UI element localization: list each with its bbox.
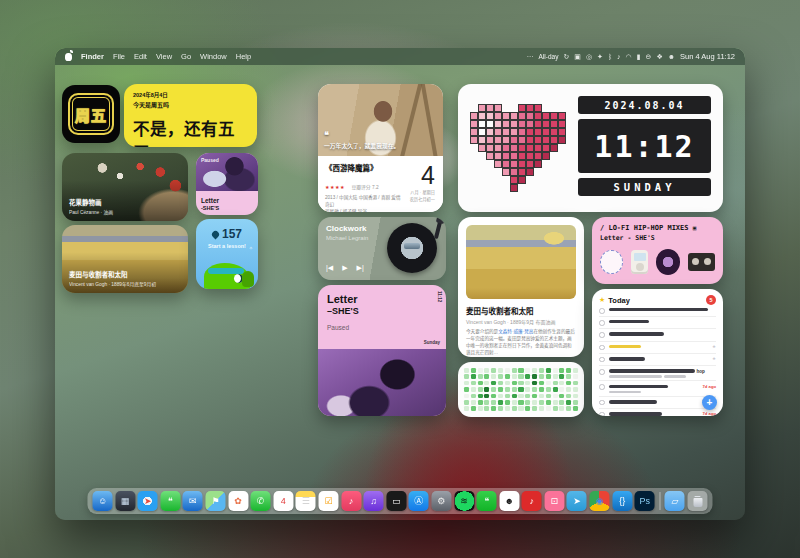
user-icon[interactable]: ☻ — [668, 53, 675, 61]
today-item[interactable]: ★ — [599, 354, 716, 366]
dock-telegram[interactable]: ➤ — [567, 491, 587, 511]
artwork-meta: Vincent van Gogh · 1889年9月 布面油画 — [466, 318, 576, 325]
movie-widget[interactable]: ❝ 一万年太久了，就爱我现在。 《西游降魔篇》 ★★★★ 豆瓣评分 7.2 20… — [318, 84, 443, 212]
dock-netease-music[interactable]: ♪ — [522, 491, 542, 511]
menu-help[interactable]: Help — [236, 52, 251, 61]
today-item[interactable]: 7d ago — [599, 397, 716, 409]
music-player-widget[interactable]: Clockwork Michael Legrain |◀▶▶| — [318, 217, 446, 280]
reminder-checkbox[interactable] — [599, 357, 605, 363]
menu-view[interactable]: View — [156, 52, 172, 61]
record-icon[interactable]: ◎ — [586, 53, 592, 61]
vinyl-icon[interactable] — [656, 249, 681, 275]
lofi-playlist-widget[interactable]: / LO-FI HIP-HOP MIXES ▣ Letter - SHE'S — [592, 217, 723, 284]
today-item[interactable] — [599, 317, 716, 329]
reminder-checkbox[interactable] — [599, 412, 605, 416]
dock-reminders[interactable]: ☑ — [318, 491, 338, 511]
display-icon[interactable]: ▣ — [574, 53, 581, 61]
heart-pixel — [510, 184, 518, 192]
today-item[interactable] — [599, 305, 716, 317]
dock-wechat[interactable]: ❝ — [477, 491, 497, 511]
now-playing-widget[interactable]: Letter –SHE'S Paused Sunday 11:12 — [318, 285, 446, 416]
dock-qq[interactable]: ☻ — [499, 491, 519, 511]
art-widget-vangogh[interactable]: 麦田与收割者和太阳 Vincent van Gogh · 1889年6月底至9月… — [62, 225, 188, 293]
dock-launchpad[interactable]: ▦ — [115, 491, 135, 511]
art-widget-cezanne[interactable]: 花果静物画 Paul Cézanne · 油画 — [62, 153, 188, 221]
contribution-widget[interactable] — [458, 362, 584, 417]
reminder-checkbox[interactable] — [599, 345, 605, 351]
dock-notes[interactable]: ☰ — [296, 491, 316, 511]
wifi-icon[interactable]: ◠ — [626, 53, 632, 61]
today-reminders-widget[interactable]: ★ Today 5 ★★hop7d ago7d ago7d ago + — [592, 289, 723, 416]
today-item[interactable]: hop — [599, 366, 716, 381]
spotlight-icon[interactable]: ✦ — [597, 53, 603, 61]
dock-podcasts[interactable]: ♫ — [364, 491, 384, 511]
contribution-cell — [546, 368, 551, 373]
reminder-checkbox[interactable] — [599, 384, 605, 390]
dock-settings[interactable]: ⚙ — [431, 491, 451, 511]
menu-window[interactable]: Window — [200, 52, 227, 61]
artist-link[interactable]: 文森特·威廉·梵高 — [498, 329, 533, 334]
dock-downloads-folder[interactable]: ▱ — [665, 491, 685, 511]
dock-chrome[interactable]: ◉ — [590, 491, 610, 511]
dock-appstore[interactable]: Ⓐ — [409, 491, 429, 511]
overflow-icon[interactable]: ⋯ — [527, 53, 534, 61]
reminder-checkbox[interactable] — [599, 332, 605, 338]
reminder-checkbox[interactable] — [599, 400, 605, 406]
battery-icon[interactable]: ▮ — [637, 53, 641, 61]
sync-icon[interactable]: ↻ — [563, 53, 569, 61]
menu-edit[interactable]: Edit — [134, 52, 147, 61]
contribution-cell — [512, 406, 517, 411]
dock-safari[interactable]: ➤ — [138, 491, 158, 511]
pixel-clock-widget[interactable]: 2024.08.04 11:12 SUNDAY — [458, 84, 723, 212]
star-icon: ★ — [599, 296, 605, 304]
dock-tv[interactable]: ▭ — [386, 491, 406, 511]
heart-pixel — [518, 136, 526, 144]
streak-widget[interactable]: 157 Start a lesson! ✧ — [196, 219, 258, 289]
art-detail-widget[interactable]: 麦田与收割者和太阳 Vincent van Gogh · 1889年9月 布面油… — [458, 217, 584, 357]
today-item[interactable]: 7d ago — [599, 409, 716, 416]
focus-icon[interactable]: ⊖ — [646, 53, 652, 61]
photos-icon: ✿ — [234, 497, 242, 506]
reminder-checkbox[interactable] — [599, 320, 605, 326]
menu-file[interactable]: File — [113, 52, 125, 61]
dock-calendar[interactable]: 4 — [273, 491, 293, 511]
ipod-icon[interactable] — [631, 250, 648, 274]
apple-menu-icon[interactable] — [65, 53, 72, 61]
dock-music[interactable]: ♪ — [341, 491, 361, 511]
dock-photoshop[interactable]: Ps — [635, 491, 655, 511]
reminder-text — [609, 332, 717, 336]
menubar-clock[interactable]: Sun 4 Aug 11:12 — [680, 52, 735, 61]
reminder-checkbox[interactable] — [599, 369, 605, 375]
heart-pixel — [518, 120, 526, 128]
reminder-checkbox[interactable] — [599, 308, 605, 314]
frog-arm — [242, 271, 254, 287]
dock-photos[interactable]: ✿ — [228, 491, 248, 511]
dock-trash[interactable] — [688, 491, 708, 511]
menu-go[interactable]: Go — [181, 52, 191, 61]
play-icon[interactable]: ▶ — [342, 264, 347, 272]
add-reminder-button[interactable]: + — [702, 395, 717, 410]
next-icon[interactable]: ▶| — [357, 264, 364, 272]
today-item[interactable]: 7d ago — [599, 381, 716, 396]
bluetooth-icon[interactable]: ᛒ — [608, 53, 612, 61]
today-item[interactable] — [599, 329, 716, 341]
countdown-widget[interactable]: 2024年8月4日 今天是周五吗 不是，还有五天 — [124, 84, 257, 147]
music-status-icon[interactable]: ♪ — [617, 53, 621, 61]
today-item[interactable]: ★ — [599, 342, 716, 354]
doodle-disc-icon[interactable] — [600, 250, 623, 274]
previous-icon[interactable]: |◀ — [326, 264, 333, 272]
cassette-tape-icon[interactable] — [688, 253, 715, 271]
calendar-status-label[interactable]: All-day — [539, 53, 559, 60]
dock-facetime[interactable]: ✆ — [251, 491, 271, 511]
dock-maps[interactable]: ⚑ — [205, 491, 225, 511]
mini-music-widget[interactable]: Paused Letter -SHE'S — [196, 153, 258, 215]
active-app-name[interactable]: Finder — [81, 52, 104, 61]
friday-badge-widget[interactable]: 周五 — [62, 85, 120, 143]
dock-finder[interactable]: ☺ — [92, 491, 112, 511]
dock-bilibili[interactable]: ⊡ — [544, 491, 564, 511]
dock-messages[interactable]: ❝ — [160, 491, 180, 511]
airdrop-icon[interactable]: ❖ — [656, 53, 662, 61]
dock-vscode[interactable]: {} — [612, 491, 632, 511]
dock-mail[interactable]: ✉ — [183, 491, 203, 511]
dock-spotify[interactable]: ≋ — [454, 491, 474, 511]
